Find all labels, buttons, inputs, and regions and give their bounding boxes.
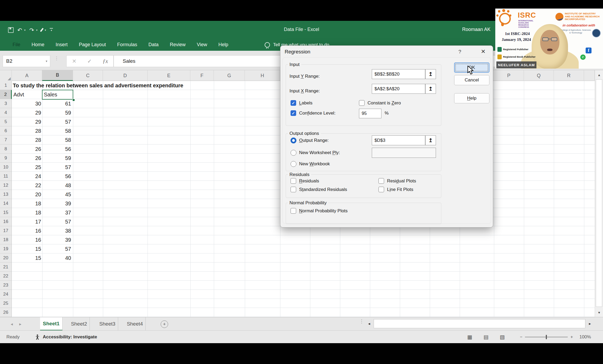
cell-a5[interactable]: 29	[13, 117, 41, 126]
row-header-5[interactable]: 5	[0, 117, 12, 126]
standardized-residuals-label[interactable]: Standardized Residuals	[299, 187, 347, 192]
zoom-level[interactable]: 100%	[579, 334, 591, 340]
column-header-g[interactable]: G	[214, 70, 245, 81]
cell-b12[interactable]: 48	[43, 181, 71, 190]
zoom-slider[interactable]	[525, 337, 568, 337]
line-fit-plots-checkbox[interactable]: ✓	[378, 187, 384, 192]
redo-dropdown-icon[interactable]: ▾	[36, 29, 37, 32]
cell-b4[interactable]: 59	[43, 108, 71, 117]
view-normal-icon[interactable]: ▦	[467, 334, 472, 340]
standardized-residuals-checkbox[interactable]: ✓	[291, 187, 296, 192]
redo-icon[interactable]: ↷	[29, 27, 34, 33]
cell-b8[interactable]: 56	[43, 144, 71, 154]
vertical-scroll-thumb[interactable]	[596, 79, 602, 307]
constant-zero-checkbox[interactable]: ✓	[359, 100, 365, 106]
new-workbook-radio[interactable]	[291, 161, 296, 167]
input-x-range-field[interactable]: $A$2:$A$20	[372, 84, 425, 94]
cell-a19[interactable]: 15	[13, 244, 41, 253]
sheet-tab-sheet3[interactable]: Sheet3	[97, 317, 118, 331]
ribbon-tab-file[interactable]: File	[7, 39, 26, 51]
cell-b9[interactable]: 59	[43, 154, 71, 163]
scroll-down-icon[interactable]: ▾	[595, 308, 603, 316]
select-all-button[interactable]: ◢	[0, 70, 12, 81]
column-header-r[interactable]: R	[554, 70, 584, 81]
row-header-23[interactable]: 23	[0, 281, 12, 290]
column-header-partial[interactable]	[584, 70, 595, 81]
normal-probability-plots-label[interactable]: Normal Probability Plots	[299, 208, 347, 214]
cell-a3[interactable]: 30	[13, 99, 41, 108]
column-header-a[interactable]: A	[12, 70, 42, 81]
customize-qat-icon[interactable]: ▾	[50, 28, 53, 32]
cell-a6[interactable]: 28	[13, 126, 41, 135]
undo-dropdown-icon[interactable]: ▾	[24, 29, 26, 32]
column-header-d[interactable]: D	[103, 70, 148, 81]
cell-b7[interactable]: 58	[43, 135, 71, 144]
cell-b11[interactable]: 56	[43, 172, 71, 181]
dialog-title[interactable]: Regression	[285, 49, 310, 55]
row-header-13[interactable]: 13	[0, 190, 12, 199]
cell-a10[interactable]: 25	[13, 163, 41, 172]
new-worksheet-label[interactable]: New Worksheet Ply:	[299, 150, 340, 155]
zoom-in-icon[interactable]: +	[570, 335, 573, 339]
input-y-range-picker-icon[interactable]: ↥	[425, 69, 436, 79]
vertical-scrollbar[interactable]: ▴ ▾	[595, 70, 603, 317]
sheet-nav-right-icon[interactable]: ▸	[19, 317, 21, 331]
input-x-range-picker-icon[interactable]: ↥	[425, 84, 436, 94]
cell-b15[interactable]: 37	[43, 208, 71, 217]
labels-checkbox[interactable]: ✓	[291, 100, 296, 106]
cell-b20[interactable]: 40	[43, 253, 71, 263]
line-fit-plots-label[interactable]: Line Fit Plots	[387, 187, 413, 192]
row-header-8[interactable]: 8	[0, 144, 12, 154]
sheet-tab-sheet1[interactable]: Sheet1	[40, 317, 63, 331]
row-header-18[interactable]: 18	[0, 235, 12, 244]
column-header-q[interactable]: Q	[524, 70, 554, 81]
column-header-f[interactable]: F	[190, 70, 214, 81]
row-header-12[interactable]: 12	[0, 181, 12, 190]
row-header-24[interactable]: 24	[0, 290, 12, 299]
ribbon-tab-data[interactable]: Data	[143, 39, 164, 51]
cell-a9[interactable]: 26	[13, 154, 41, 163]
name-box[interactable]: B2▾	[3, 55, 50, 67]
cell-a4[interactable]: 29	[13, 108, 41, 117]
horizontal-scroll-thumb[interactable]	[374, 319, 585, 328]
cell-b18[interactable]: 39	[43, 235, 71, 244]
cell-a1-title[interactable]: To study the relation between sales and …	[13, 81, 183, 90]
cell-b6[interactable]: 58	[43, 126, 71, 135]
new-sheet-button[interactable]: +	[161, 320, 168, 328]
residuals-label[interactable]: Residuals	[299, 178, 319, 184]
confidence-label[interactable]: Confidence Level:	[299, 111, 335, 116]
row-header-10[interactable]: 10	[0, 163, 12, 172]
touch-pen-icon[interactable]	[40, 28, 44, 32]
new-worksheet-field[interactable]	[372, 148, 436, 158]
column-header-h[interactable]: H	[245, 70, 280, 81]
dialog-close-icon[interactable]: ✕	[481, 48, 486, 55]
sheet-tab-sheet4[interactable]: Sheet4	[124, 317, 146, 331]
row-header-4[interactable]: 4	[0, 108, 12, 117]
ribbon-tab-view[interactable]: View	[191, 39, 213, 51]
cell-b19[interactable]: 57	[43, 244, 71, 253]
row-header-3[interactable]: 3	[0, 99, 12, 108]
cell-b13[interactable]: 45	[43, 190, 71, 199]
cell-b3[interactable]: 61	[43, 99, 71, 108]
formula-bar-splitter[interactable]: ⋮	[54, 57, 56, 65]
ribbon-tab-formulas[interactable]: Formulas	[111, 39, 143, 51]
row-header-11[interactable]: 11	[0, 172, 12, 181]
output-range-label[interactable]: Output Range:	[299, 138, 329, 143]
cell-b16[interactable]: 57	[43, 217, 71, 226]
cancel-entry-icon[interactable]: ✕	[72, 58, 76, 64]
confidence-value-field[interactable]: 95	[359, 109, 381, 118]
cell-a15[interactable]: 18	[13, 208, 41, 217]
new-workbook-label[interactable]: New Workbook	[299, 161, 330, 167]
view-page-layout-icon[interactable]: ▤	[484, 334, 489, 340]
constant-zero-label[interactable]: Constant is Zero	[368, 100, 401, 106]
ribbon-tab-home[interactable]: Home	[26, 39, 50, 51]
row-header-22[interactable]: 22	[0, 272, 12, 281]
cell-a16[interactable]: 17	[13, 217, 41, 226]
row-header-7[interactable]: 7	[0, 135, 12, 144]
normal-probability-plots-checkbox[interactable]: ✓	[291, 208, 296, 214]
column-header-e[interactable]: E	[148, 70, 190, 81]
row-header-19[interactable]: 19	[0, 244, 12, 253]
ribbon-tab-insert[interactable]: Insert	[50, 39, 73, 51]
cell-a12[interactable]: 22	[13, 181, 41, 190]
cell-a8[interactable]: 26	[13, 144, 41, 154]
